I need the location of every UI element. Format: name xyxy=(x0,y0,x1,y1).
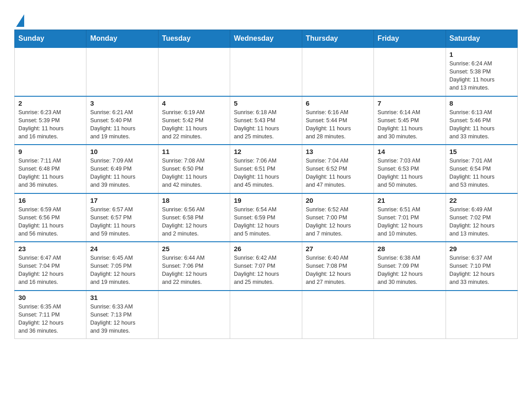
day-number: 16 xyxy=(18,197,82,204)
calendar-cell: 11Sunrise: 7:08 AM Sunset: 6:50 PM Dayli… xyxy=(158,145,230,193)
calendar-cell: 5Sunrise: 6:18 AM Sunset: 5:43 PM Daylig… xyxy=(230,96,302,145)
calendar-cell: 13Sunrise: 7:04 AM Sunset: 6:52 PM Dayli… xyxy=(302,145,373,193)
calendar-cell xyxy=(302,47,373,96)
calendar-cell: 23Sunrise: 6:47 AM Sunset: 7:04 PM Dayli… xyxy=(15,242,86,291)
day-info: Sunrise: 6:51 AM Sunset: 7:01 PM Dayligh… xyxy=(378,206,442,238)
calendar-cell: 2Sunrise: 6:23 AM Sunset: 5:39 PM Daylig… xyxy=(15,96,86,145)
calendar-cell: 1Sunrise: 6:24 AM Sunset: 5:38 PM Daylig… xyxy=(446,47,517,96)
day-number: 8 xyxy=(450,99,514,107)
day-info: Sunrise: 6:33 AM Sunset: 7:13 PM Dayligh… xyxy=(90,303,154,335)
day-info: Sunrise: 6:52 AM Sunset: 7:00 PM Dayligh… xyxy=(306,206,370,238)
calendar-week-row: 23Sunrise: 6:47 AM Sunset: 7:04 PM Dayli… xyxy=(15,242,518,291)
day-info: Sunrise: 6:44 AM Sunset: 7:06 PM Dayligh… xyxy=(162,254,226,287)
day-number: 4 xyxy=(162,99,226,107)
calendar-week-row: 9Sunrise: 7:11 AM Sunset: 6:48 PM Daylig… xyxy=(15,145,518,193)
day-info: Sunrise: 6:45 AM Sunset: 7:05 PM Dayligh… xyxy=(90,254,154,287)
day-info: Sunrise: 6:49 AM Sunset: 7:02 PM Dayligh… xyxy=(450,206,514,238)
day-number: 11 xyxy=(162,148,226,155)
weekday-header-friday: Friday xyxy=(374,30,446,48)
day-number: 20 xyxy=(306,197,370,204)
calendar-week-row: 2Sunrise: 6:23 AM Sunset: 5:39 PM Daylig… xyxy=(15,96,518,145)
day-number: 23 xyxy=(18,245,82,253)
day-number: 15 xyxy=(450,148,514,155)
day-number: 14 xyxy=(378,148,442,155)
calendar-cell xyxy=(230,291,302,339)
day-info: Sunrise: 6:18 AM Sunset: 5:43 PM Dayligh… xyxy=(234,108,298,141)
weekday-header-sunday: Sunday xyxy=(15,30,86,48)
day-number: 12 xyxy=(234,148,298,155)
calendar-cell: 6Sunrise: 6:16 AM Sunset: 5:44 PM Daylig… xyxy=(302,96,373,145)
calendar-cell: 10Sunrise: 7:09 AM Sunset: 6:49 PM Dayli… xyxy=(86,145,158,193)
calendar-header-row: SundayMondayTuesdayWednesdayThursdayFrid… xyxy=(15,30,518,48)
calendar-cell: 17Sunrise: 6:57 AM Sunset: 6:57 PM Dayli… xyxy=(86,193,158,242)
calendar-cell: 25Sunrise: 6:44 AM Sunset: 7:06 PM Dayli… xyxy=(158,242,230,291)
calendar-cell: 26Sunrise: 6:42 AM Sunset: 7:07 PM Dayli… xyxy=(230,242,302,291)
calendar-cell: 21Sunrise: 6:51 AM Sunset: 7:01 PM Dayli… xyxy=(374,193,446,242)
logo-triangle-icon xyxy=(16,14,24,27)
day-info: Sunrise: 6:21 AM Sunset: 5:40 PM Dayligh… xyxy=(90,108,154,141)
page-header xyxy=(14,11,518,26)
weekday-header-saturday: Saturday xyxy=(446,30,517,48)
calendar-cell: 28Sunrise: 6:38 AM Sunset: 7:09 PM Dayli… xyxy=(374,242,446,291)
calendar-cell: 24Sunrise: 6:45 AM Sunset: 7:05 PM Dayli… xyxy=(86,242,158,291)
day-number: 25 xyxy=(162,245,226,253)
calendar-cell: 19Sunrise: 6:54 AM Sunset: 6:59 PM Dayli… xyxy=(230,193,302,242)
logo xyxy=(14,11,25,26)
weekday-header-tuesday: Tuesday xyxy=(158,30,230,48)
day-info: Sunrise: 6:13 AM Sunset: 5:46 PM Dayligh… xyxy=(450,108,514,141)
calendar-cell xyxy=(230,47,302,96)
day-info: Sunrise: 7:06 AM Sunset: 6:51 PM Dayligh… xyxy=(234,157,298,189)
calendar-cell: 22Sunrise: 6:49 AM Sunset: 7:02 PM Dayli… xyxy=(446,193,517,242)
day-number: 6 xyxy=(306,99,370,107)
calendar-table: SundayMondayTuesdayWednesdayThursdayFrid… xyxy=(14,30,518,339)
day-info: Sunrise: 7:03 AM Sunset: 6:53 PM Dayligh… xyxy=(378,157,442,189)
calendar-cell xyxy=(15,47,86,96)
calendar-cell: 15Sunrise: 7:01 AM Sunset: 6:54 PM Dayli… xyxy=(446,145,517,193)
day-info: Sunrise: 6:47 AM Sunset: 7:04 PM Dayligh… xyxy=(18,254,82,287)
calendar-cell: 9Sunrise: 7:11 AM Sunset: 6:48 PM Daylig… xyxy=(15,145,86,193)
day-info: Sunrise: 6:35 AM Sunset: 7:11 PM Dayligh… xyxy=(18,303,82,335)
day-info: Sunrise: 6:37 AM Sunset: 7:10 PM Dayligh… xyxy=(450,254,514,287)
day-number: 29 xyxy=(450,245,514,253)
calendar-cell: 31Sunrise: 6:33 AM Sunset: 7:13 PM Dayli… xyxy=(86,291,158,339)
day-info: Sunrise: 7:11 AM Sunset: 6:48 PM Dayligh… xyxy=(18,157,82,189)
calendar-cell xyxy=(86,47,158,96)
day-number: 17 xyxy=(90,197,154,204)
calendar-cell: 30Sunrise: 6:35 AM Sunset: 7:11 PM Dayli… xyxy=(15,291,86,339)
weekday-header-wednesday: Wednesday xyxy=(230,30,302,48)
calendar-cell xyxy=(158,291,230,339)
day-number: 24 xyxy=(90,245,154,253)
day-number: 9 xyxy=(18,148,82,155)
calendar-cell: 16Sunrise: 6:59 AM Sunset: 6:56 PM Dayli… xyxy=(15,193,86,242)
day-number: 19 xyxy=(234,197,298,204)
day-info: Sunrise: 6:42 AM Sunset: 7:07 PM Dayligh… xyxy=(234,254,298,287)
calendar-cell: 8Sunrise: 6:13 AM Sunset: 5:46 PM Daylig… xyxy=(446,96,517,145)
day-number: 26 xyxy=(234,245,298,253)
day-info: Sunrise: 6:24 AM Sunset: 5:38 PM Dayligh… xyxy=(450,60,514,92)
day-info: Sunrise: 6:57 AM Sunset: 6:57 PM Dayligh… xyxy=(90,206,154,238)
day-number: 1 xyxy=(450,51,514,58)
day-info: Sunrise: 6:14 AM Sunset: 5:45 PM Dayligh… xyxy=(378,108,442,141)
calendar-cell: 20Sunrise: 6:52 AM Sunset: 7:00 PM Dayli… xyxy=(302,193,373,242)
day-number: 31 xyxy=(90,294,154,301)
calendar-cell: 29Sunrise: 6:37 AM Sunset: 7:10 PM Dayli… xyxy=(446,242,517,291)
day-number: 28 xyxy=(378,245,442,253)
day-number: 30 xyxy=(18,294,82,301)
day-info: Sunrise: 6:56 AM Sunset: 6:58 PM Dayligh… xyxy=(162,206,226,238)
calendar-week-row: 1Sunrise: 6:24 AM Sunset: 5:38 PM Daylig… xyxy=(15,47,518,96)
calendar-cell: 14Sunrise: 7:03 AM Sunset: 6:53 PM Dayli… xyxy=(374,145,446,193)
day-info: Sunrise: 6:40 AM Sunset: 7:08 PM Dayligh… xyxy=(306,254,370,287)
day-number: 5 xyxy=(234,99,298,107)
day-info: Sunrise: 6:19 AM Sunset: 5:42 PM Dayligh… xyxy=(162,108,226,141)
day-info: Sunrise: 7:08 AM Sunset: 6:50 PM Dayligh… xyxy=(162,157,226,189)
day-info: Sunrise: 7:01 AM Sunset: 6:54 PM Dayligh… xyxy=(450,157,514,189)
day-info: Sunrise: 6:16 AM Sunset: 5:44 PM Dayligh… xyxy=(306,108,370,141)
calendar-week-row: 16Sunrise: 6:59 AM Sunset: 6:56 PM Dayli… xyxy=(15,193,518,242)
calendar-cell xyxy=(302,291,373,339)
weekday-header-thursday: Thursday xyxy=(302,30,373,48)
day-info: Sunrise: 6:23 AM Sunset: 5:39 PM Dayligh… xyxy=(18,108,82,141)
calendar-cell: 3Sunrise: 6:21 AM Sunset: 5:40 PM Daylig… xyxy=(86,96,158,145)
day-info: Sunrise: 6:38 AM Sunset: 7:09 PM Dayligh… xyxy=(378,254,442,287)
day-number: 27 xyxy=(306,245,370,253)
day-info: Sunrise: 7:09 AM Sunset: 6:49 PM Dayligh… xyxy=(90,157,154,189)
